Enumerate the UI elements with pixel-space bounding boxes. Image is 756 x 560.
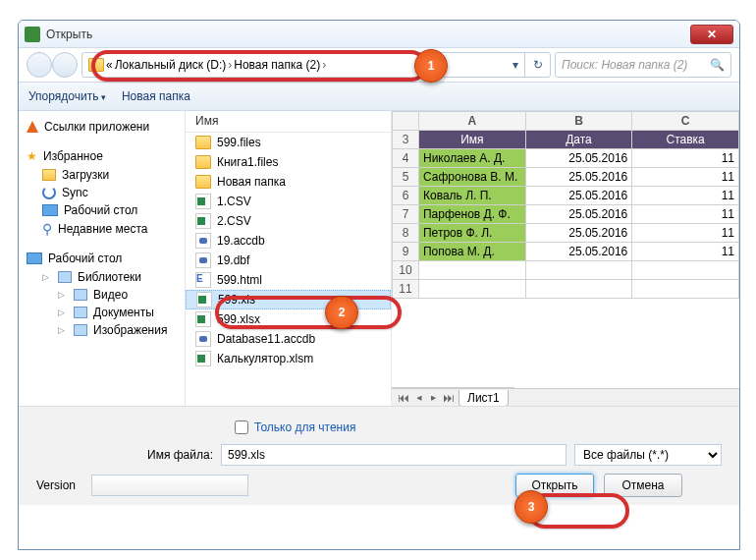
- organize-menu[interactable]: Упорядочить: [28, 89, 106, 103]
- preview-pane: ABC3ИмяДатаСтавка4Николаев А. Д.25.05.20…: [392, 111, 739, 406]
- file-row[interactable]: 2.CSV: [186, 211, 391, 231]
- nav-back-button[interactable]: [27, 52, 52, 78]
- pictures-icon: [74, 324, 87, 336]
- close-button[interactable]: ✕: [690, 25, 733, 44]
- sidebar-item-pictures[interactable]: ▷Изображения: [21, 321, 183, 339]
- sidebar-item-downloads[interactable]: Загрузки: [21, 166, 183, 184]
- file-name: Новая папка: [217, 175, 286, 189]
- file-name: 599.xlsx: [217, 312, 260, 326]
- sheet-tab[interactable]: Лист1: [459, 390, 509, 407]
- file-name: Database11.accdb: [217, 332, 315, 346]
- search-input[interactable]: Поиск: Новая папка (2) 🔍: [555, 52, 731, 78]
- sidebar-favorites-header[interactable]: ★Избранное: [21, 146, 183, 166]
- readonly-label: Только для чтения: [254, 420, 355, 434]
- dialog-body: Ссылки приложени ★Избранное Загрузки Syn…: [19, 111, 739, 406]
- expand-icon[interactable]: ▷: [58, 325, 68, 335]
- annotation-marker-3: 3: [514, 490, 548, 524]
- col-header: C: [632, 112, 739, 131]
- new-folder-button[interactable]: Новая папка: [122, 89, 190, 103]
- folder-icon: [195, 175, 211, 189]
- file-row[interactable]: Новая папка: [186, 172, 391, 192]
- sync-icon: [42, 186, 56, 199]
- file-name: Книга1.files: [217, 155, 278, 169]
- file-name: 599.html: [217, 273, 262, 287]
- dialog-footer: Только для чтения Имя файла: Все файлы (…: [19, 406, 739, 505]
- file-row[interactable]: 19.dbf: [186, 251, 391, 270]
- sidebar-desktop-header[interactable]: Рабочий стол: [21, 249, 183, 268]
- file-row[interactable]: 599.html: [186, 270, 391, 290]
- file-row[interactable]: Калькулятор.xlsm: [186, 349, 391, 368]
- breadcrumb-sep: ›: [322, 58, 326, 72]
- spreadsheet-preview: ABC3ИмяДатаСтавка4Николаев А. Д.25.05.20…: [392, 111, 739, 299]
- toolbar: Упорядочить Новая папка: [19, 82, 739, 111]
- pin-icon: ⚲: [42, 221, 52, 237]
- file-name: 19.accdb: [217, 234, 265, 248]
- nav-row: « Локальный диск (D:) › Новая папка (2) …: [19, 48, 739, 82]
- annotation-marker-2: 2: [325, 296, 358, 329]
- desktop-icon: [27, 252, 42, 264]
- breadcrumb-prefix: «: [106, 58, 113, 72]
- refresh-button[interactable]: ↻: [524, 53, 550, 77]
- expand-icon[interactable]: ▷: [58, 308, 68, 317]
- annotation-marker-1: 1: [414, 49, 448, 83]
- expand-icon[interactable]: ▷: [42, 272, 52, 282]
- file-name: 599.xls: [218, 293, 255, 307]
- search-placeholder: Поиск: Новая папка (2): [562, 58, 687, 72]
- xls-icon: [195, 351, 211, 366]
- csv-icon: [195, 213, 211, 229]
- sidebar-apps-header[interactable]: Ссылки приложени: [21, 117, 183, 137]
- video-icon: [74, 289, 87, 301]
- version-label: Version: [36, 478, 76, 492]
- file-list[interactable]: Имя 599.filesКнига1.filesНовая папка1.CS…: [186, 111, 392, 406]
- expand-icon[interactable]: ▷: [58, 290, 68, 300]
- sidebar-item-recent[interactable]: ⚲Недавние места: [21, 219, 183, 239]
- address-bar[interactable]: « Локальный диск (D:) › Новая папка (2) …: [81, 52, 551, 78]
- file-row[interactable]: 599.files: [186, 133, 391, 152]
- readonly-input[interactable]: [235, 420, 248, 434]
- nav-forward-button[interactable]: [52, 52, 78, 78]
- file-row[interactable]: 599.xlsx: [186, 309, 391, 329]
- file-name: 1.CSV: [217, 195, 251, 208]
- column-header-name[interactable]: Имя: [186, 111, 391, 133]
- xls-icon: [196, 292, 212, 308]
- xls-icon: [195, 311, 211, 327]
- sidebar-item-video[interactable]: ▷Видео: [21, 286, 183, 304]
- open-dialog: Открыть ✕ « Локальный диск (D:) › Новая …: [18, 20, 740, 550]
- sidebar-item-sync[interactable]: Sync: [21, 184, 183, 201]
- sidebar-item-documents[interactable]: ▷Документы: [21, 304, 183, 321]
- file-filter-select[interactable]: Все файлы (*.*): [574, 444, 722, 466]
- sheet-nav-icons[interactable]: ⏮ ◀ ▶ ⏭: [398, 391, 457, 405]
- sidebar-item-desktop[interactable]: Рабочий стол: [21, 201, 183, 219]
- breadcrumb-seg2[interactable]: Новая папка (2): [234, 58, 320, 72]
- history-dropdown-icon[interactable]: ▾: [507, 58, 524, 72]
- star-icon: ★: [27, 149, 37, 163]
- file-row[interactable]: Database11.accdb: [186, 329, 391, 349]
- documents-icon: [74, 307, 87, 318]
- version-select[interactable]: [91, 475, 248, 496]
- downloads-icon: [42, 169, 56, 181]
- cone-icon: [27, 121, 38, 133]
- db-icon: [195, 233, 211, 249]
- file-name: 2.CSV: [217, 214, 251, 228]
- file-row[interactable]: 599.xls: [186, 290, 391, 309]
- cancel-button[interactable]: Отмена: [604, 474, 682, 497]
- filename-input[interactable]: [221, 444, 567, 466]
- file-row[interactable]: Книга1.files: [186, 152, 391, 172]
- col-header: B: [525, 112, 632, 131]
- folder-icon: [88, 58, 104, 72]
- db-icon: [195, 252, 211, 268]
- col-header: A: [418, 112, 525, 131]
- filename-label: Имя файла:: [36, 448, 213, 462]
- file-name: 19.dbf: [217, 253, 249, 267]
- file-row[interactable]: 19.accdb: [186, 231, 391, 251]
- preview-scrollbar[interactable]: ⏮ ◀ ▶ ⏭ Лист1: [392, 388, 739, 406]
- titlebar: Открыть ✕: [19, 21, 739, 48]
- file-name: Калькулятор.xlsm: [217, 352, 313, 365]
- db-icon: [195, 331, 211, 347]
- breadcrumb-seg1[interactable]: Локальный диск (D:): [115, 58, 227, 72]
- file-row[interactable]: 1.CSV: [186, 192, 391, 211]
- window-title: Открыть: [46, 28, 690, 41]
- sidebar-item-libraries[interactable]: ▷Библиотеки: [21, 268, 183, 286]
- folder-icon: [195, 155, 211, 169]
- readonly-checkbox[interactable]: Только для чтения: [235, 420, 722, 434]
